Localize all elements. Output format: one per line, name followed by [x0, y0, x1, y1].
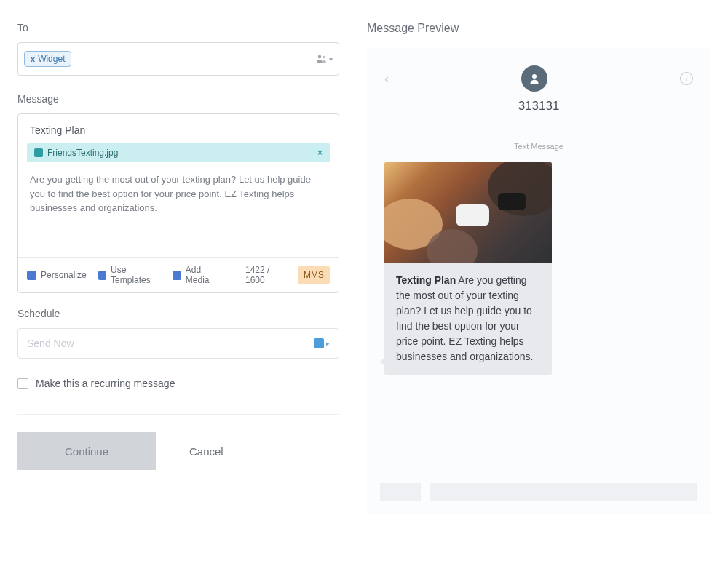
attachment-chip: FriendsTexting.jpg × — [27, 143, 330, 162]
preview-message-bubble: Texting Plan Are you getting the most ou… — [384, 263, 552, 375]
image-file-icon — [34, 148, 43, 157]
personalize-button[interactable]: Personalize — [27, 270, 87, 280]
message-subject[interactable]: Texting Plan — [18, 114, 339, 143]
svg-point-1 — [323, 56, 325, 59]
cancel-button[interactable]: Cancel — [185, 445, 228, 458]
message-composer: Texting Plan FriendsTexting.jpg × Are yo… — [17, 113, 339, 293]
avatar-icon — [521, 65, 547, 92]
svg-point-2 — [532, 74, 537, 79]
footer-placeholder-large — [430, 483, 697, 501]
recipient-chip[interactable]: x Widget — [24, 51, 71, 67]
divider — [17, 414, 339, 415]
personalize-icon — [27, 271, 36, 280]
preview-footer — [380, 483, 697, 501]
text-message-label: Text Message — [380, 142, 697, 151]
preview-pane: ‹ i 313131 Text Message Texting Plan — [367, 48, 711, 514]
preview-bubble-body: Are you getting the most out of your tex… — [396, 274, 533, 362]
attachment-filename: FriendsTexting.jpg — [47, 148, 118, 158]
back-chevron-icon[interactable]: ‹ — [384, 71, 389, 87]
preview-title: Message Preview — [367, 22, 711, 35]
templates-icon — [98, 271, 106, 280]
mms-badge: MMS — [298, 266, 330, 284]
schedule-label: Schedule — [17, 308, 339, 319]
recurring-option[interactable]: Make this a recurring message — [17, 378, 339, 389]
to-label: To — [17, 22, 339, 33]
add-media-button[interactable]: Add Media — [173, 265, 222, 285]
footer-placeholder-small — [380, 483, 421, 501]
continue-button[interactable]: Continue — [17, 432, 156, 470]
message-label: Message — [17, 93, 339, 105]
media-icon — [173, 271, 181, 280]
preview-attachment-image — [384, 162, 552, 263]
chip-label: Widget — [38, 54, 65, 64]
preview-divider — [384, 127, 693, 127]
preview-bubble-subject: Texting Plan — [396, 274, 456, 286]
recurring-checkbox[interactable] — [17, 378, 28, 389]
svg-point-0 — [318, 55, 322, 59]
use-templates-button[interactable]: Use Templates — [98, 265, 162, 285]
chip-remove-icon[interactable]: x — [31, 55, 35, 63]
remove-attachment-icon[interactable]: × — [317, 148, 323, 158]
character-count: 1422 / 1600 — [245, 265, 286, 285]
add-contacts-icon[interactable]: ▾ — [316, 55, 333, 63]
to-input[interactable]: x Widget ▾ — [17, 42, 339, 76]
preview-sender-number: 313131 — [380, 99, 697, 113]
message-body[interactable]: Are you getting the most out of your tex… — [18, 170, 339, 257]
message-toolbar: Personalize Use Templates Add Media 1422… — [18, 257, 339, 292]
recurring-label: Make this a recurring message — [36, 378, 175, 389]
calendar-icon[interactable]: ▸ — [314, 338, 330, 348]
schedule-placeholder: Send Now — [27, 338, 74, 349]
schedule-input[interactable]: Send Now ▸ — [17, 328, 339, 359]
info-icon[interactable]: i — [680, 72, 693, 85]
